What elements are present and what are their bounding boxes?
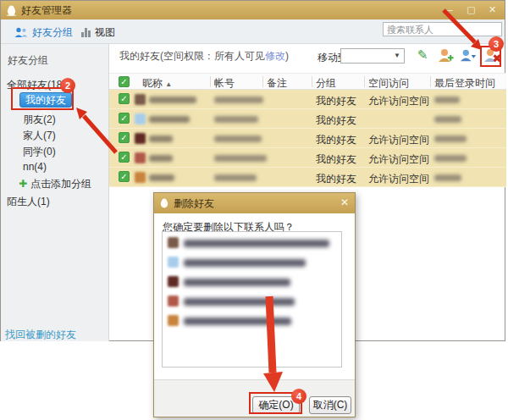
table-row[interactable]: ✓ 我的好友 允许访问空间 bbox=[109, 129, 506, 148]
blurred-account bbox=[214, 174, 257, 181]
avatar bbox=[135, 113, 146, 124]
window-titlebar: 好友管理器 – ▢ ✕ bbox=[1, 1, 505, 19]
blurred-lastlogin bbox=[434, 174, 461, 181]
blurred-nickname bbox=[149, 174, 174, 181]
cell-group: 我的好友 bbox=[316, 94, 356, 108]
person-move-icon bbox=[460, 47, 477, 64]
move-friend-icon-button[interactable] bbox=[460, 47, 477, 64]
sidebar-add-group[interactable]: ✚点击添加分组 bbox=[19, 177, 91, 191]
avatar bbox=[135, 172, 146, 183]
delete-friend-dialog: 删除好友 ✕ 您确定要删除以下联系人吗？ bbox=[153, 192, 356, 417]
column-divider bbox=[262, 76, 263, 87]
search-input[interactable] bbox=[383, 22, 502, 36]
col-lastlogin[interactable]: 最后登录时间 bbox=[434, 76, 495, 91]
sidebar-item-nn[interactable]: nn(4) bbox=[23, 161, 47, 173]
edit-remark-icon-button[interactable]: ✎ bbox=[414, 47, 431, 64]
plus-icon: ✚ bbox=[19, 178, 27, 190]
pencil-icon: ✎ bbox=[417, 47, 428, 62]
step-badge-2: 2 bbox=[60, 78, 75, 93]
dialog-titlebar: 删除好友 ✕ bbox=[154, 193, 355, 213]
blurred-contact bbox=[184, 298, 295, 306]
tab-friend-groups[interactable]: 好友分组 bbox=[14, 24, 73, 41]
list-item bbox=[163, 234, 341, 253]
modify-permission-link[interactable]: 修改 bbox=[265, 50, 285, 62]
main-toolbar: 好友分组 视图 bbox=[1, 19, 505, 44]
cell-group: 我的好友 bbox=[316, 133, 356, 147]
cell-group: 我的好友 bbox=[316, 113, 356, 128]
qq-penguin-icon bbox=[159, 198, 169, 208]
add-friend-icon-button[interactable] bbox=[437, 47, 454, 64]
col-nickname[interactable]: 昵称 ▲ bbox=[142, 76, 172, 91]
sort-asc-icon: ▲ bbox=[165, 80, 172, 88]
blurred-account bbox=[214, 155, 267, 162]
col-label: 昵称 bbox=[142, 77, 163, 89]
table-row[interactable]: ✓ 我的好友 允许访问空间 bbox=[109, 168, 506, 187]
row-checkbox[interactable]: ✓ bbox=[119, 113, 130, 124]
blurred-contact bbox=[184, 318, 291, 325]
cell-access: 允许访问空间 bbox=[368, 172, 429, 186]
list-item bbox=[163, 312, 341, 331]
minimize-button[interactable]: – bbox=[441, 3, 459, 17]
bar-chart-icon bbox=[81, 27, 91, 37]
row-checkbox[interactable]: ✓ bbox=[119, 93, 130, 104]
col-account[interactable]: 帐号 bbox=[214, 76, 235, 91]
cell-access: 允许访问空间 bbox=[368, 133, 429, 147]
step-badge-3: 3 bbox=[489, 36, 504, 52]
cell-access: 允许访问空间 bbox=[368, 94, 429, 108]
list-title-close: ) bbox=[285, 50, 289, 62]
row-checkbox[interactable]: ✓ bbox=[119, 152, 130, 163]
tab-label: 视图 bbox=[95, 25, 115, 40]
tab-label: 好友分组 bbox=[32, 25, 73, 40]
blurred-lastlogin bbox=[434, 116, 461, 123]
avatar bbox=[135, 133, 146, 144]
tab-view[interactable]: 视图 bbox=[81, 24, 115, 41]
select-all-checkbox[interactable]: ✓ bbox=[119, 76, 130, 87]
blurred-nickname bbox=[149, 97, 196, 103]
add-group-label: 点击添加分组 bbox=[30, 178, 91, 190]
blurred-nickname bbox=[149, 135, 173, 142]
col-remark[interactable]: 备注 bbox=[267, 76, 287, 91]
sidebar-item-classmates[interactable]: 同学(0) bbox=[23, 145, 56, 159]
dialog-contact-list bbox=[162, 231, 342, 368]
row-checkbox[interactable]: ✓ bbox=[119, 171, 130, 182]
col-group[interactable]: 分组 bbox=[316, 76, 336, 91]
avatar bbox=[168, 296, 179, 307]
sidebar-item-family[interactable]: 家人(7) bbox=[23, 129, 56, 143]
col-access[interactable]: 空间访问 bbox=[368, 76, 409, 91]
avatar bbox=[168, 237, 179, 248]
list-title: 我的好友(空间权限：所有人可见修改) bbox=[119, 49, 289, 64]
table-header: ✓ 昵称 ▲ 帐号 备注 分组 空间访问 最后登录时间 bbox=[109, 73, 506, 90]
cancel-button[interactable]: 取消(C) bbox=[309, 396, 351, 414]
move-to-dropdown[interactable]: ▼ bbox=[340, 48, 405, 64]
table-row[interactable]: ✓ 我的好友 允许访问空间 bbox=[109, 148, 506, 168]
blurred-account bbox=[214, 116, 258, 123]
blurred-contact bbox=[184, 279, 290, 286]
dialog-close-icon[interactable]: ✕ bbox=[340, 196, 349, 208]
screen: 好友管理器 – ▢ ✕ 好友分组 视图 bbox=[0, 0, 508, 420]
cell-group: 我的好友 bbox=[316, 172, 356, 186]
column-divider bbox=[364, 76, 365, 87]
table-row[interactable]: ✓ 我的好友 bbox=[109, 109, 506, 129]
cell-access: 允许访问空间 bbox=[368, 152, 429, 167]
blurred-account bbox=[214, 97, 263, 103]
dialog-title: 删除好友 bbox=[174, 196, 214, 211]
list-item bbox=[163, 292, 341, 312]
sidebar-item-strangers[interactable]: 陌生人(1) bbox=[7, 195, 50, 209]
avatar bbox=[168, 315, 179, 326]
sidebar-item-friends[interactable]: 朋友(2) bbox=[23, 113, 56, 127]
close-button[interactable]: ✕ bbox=[483, 3, 501, 17]
recover-deleted-friends-link[interactable]: 找回被删的好友 bbox=[5, 328, 76, 342]
blurred-contact bbox=[184, 240, 329, 247]
avatar bbox=[135, 152, 146, 163]
blurred-account bbox=[214, 135, 262, 142]
table-row[interactable]: ✓ 我的好友 允许访问空间 bbox=[109, 90, 506, 109]
sidebar-header: 好友分组 bbox=[8, 53, 48, 68]
step-badge-4: 4 bbox=[291, 389, 306, 404]
row-checkbox[interactable]: ✓ bbox=[119, 132, 130, 143]
maximize-button[interactable]: ▢ bbox=[462, 3, 480, 17]
avatar bbox=[168, 276, 179, 287]
avatar bbox=[135, 94, 146, 105]
blurred-nickname bbox=[149, 155, 173, 162]
column-divider bbox=[210, 76, 211, 87]
person-add-icon bbox=[437, 47, 454, 64]
